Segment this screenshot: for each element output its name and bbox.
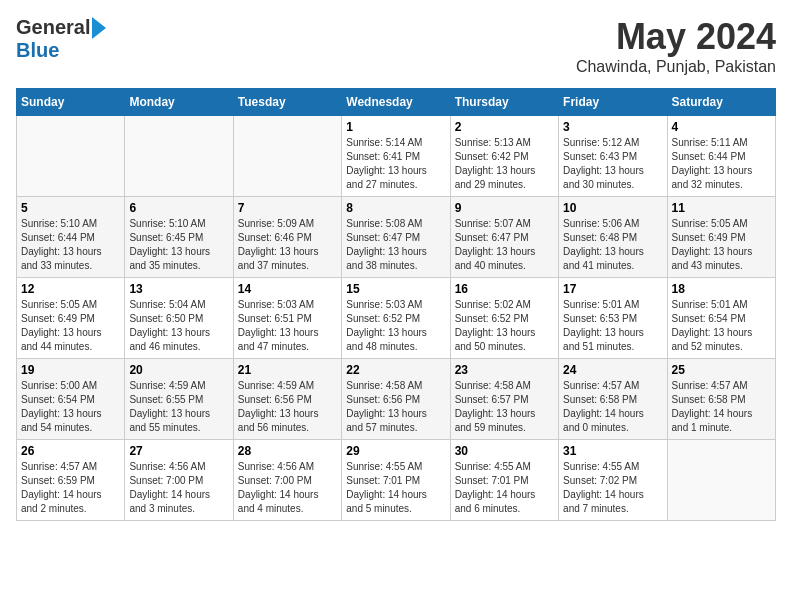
calendar-cell: 5Sunrise: 5:10 AM Sunset: 6:44 PM Daylig… [17,197,125,278]
subtitle: Chawinda, Punjab, Pakistan [576,58,776,76]
calendar-header-saturday: Saturday [667,89,775,116]
calendar-cell: 13Sunrise: 5:04 AM Sunset: 6:50 PM Dayli… [125,278,233,359]
day-info: Sunrise: 4:58 AM Sunset: 6:57 PM Dayligh… [455,379,554,435]
day-number: 23 [455,363,554,377]
calendar-cell [233,116,341,197]
day-info: Sunrise: 5:01 AM Sunset: 6:53 PM Dayligh… [563,298,662,354]
day-number: 13 [129,282,228,296]
calendar-cell: 10Sunrise: 5:06 AM Sunset: 6:48 PM Dayli… [559,197,667,278]
logo-arrow-icon [92,17,106,39]
calendar-week-row: 12Sunrise: 5:05 AM Sunset: 6:49 PM Dayli… [17,278,776,359]
calendar-cell: 22Sunrise: 4:58 AM Sunset: 6:56 PM Dayli… [342,359,450,440]
day-info: Sunrise: 5:12 AM Sunset: 6:43 PM Dayligh… [563,136,662,192]
calendar-cell: 14Sunrise: 5:03 AM Sunset: 6:51 PM Dayli… [233,278,341,359]
calendar-cell: 23Sunrise: 4:58 AM Sunset: 6:57 PM Dayli… [450,359,558,440]
day-info: Sunrise: 4:59 AM Sunset: 6:56 PM Dayligh… [238,379,337,435]
day-info: Sunrise: 5:00 AM Sunset: 6:54 PM Dayligh… [21,379,120,435]
day-number: 26 [21,444,120,458]
day-number: 1 [346,120,445,134]
logo-general-text: General [16,16,90,39]
day-number: 15 [346,282,445,296]
day-info: Sunrise: 4:56 AM Sunset: 7:00 PM Dayligh… [238,460,337,516]
day-number: 7 [238,201,337,215]
calendar-cell: 7Sunrise: 5:09 AM Sunset: 6:46 PM Daylig… [233,197,341,278]
day-number: 2 [455,120,554,134]
day-info: Sunrise: 4:57 AM Sunset: 6:58 PM Dayligh… [672,379,771,435]
day-number: 11 [672,201,771,215]
day-info: Sunrise: 4:55 AM Sunset: 7:01 PM Dayligh… [346,460,445,516]
day-info: Sunrise: 5:11 AM Sunset: 6:44 PM Dayligh… [672,136,771,192]
calendar-header-row: SundayMondayTuesdayWednesdayThursdayFrid… [17,89,776,116]
day-info: Sunrise: 5:09 AM Sunset: 6:46 PM Dayligh… [238,217,337,273]
calendar-header-sunday: Sunday [17,89,125,116]
day-number: 30 [455,444,554,458]
day-info: Sunrise: 5:10 AM Sunset: 6:44 PM Dayligh… [21,217,120,273]
calendar-cell: 1Sunrise: 5:14 AM Sunset: 6:41 PM Daylig… [342,116,450,197]
calendar-header-friday: Friday [559,89,667,116]
day-number: 20 [129,363,228,377]
day-info: Sunrise: 5:01 AM Sunset: 6:54 PM Dayligh… [672,298,771,354]
day-number: 8 [346,201,445,215]
day-number: 25 [672,363,771,377]
day-info: Sunrise: 4:57 AM Sunset: 6:59 PM Dayligh… [21,460,120,516]
calendar-week-row: 1Sunrise: 5:14 AM Sunset: 6:41 PM Daylig… [17,116,776,197]
day-info: Sunrise: 5:14 AM Sunset: 6:41 PM Dayligh… [346,136,445,192]
day-number: 19 [21,363,120,377]
calendar-week-row: 26Sunrise: 4:57 AM Sunset: 6:59 PM Dayli… [17,440,776,521]
title-block: May 2024 Chawinda, Punjab, Pakistan [576,16,776,76]
day-info: Sunrise: 5:13 AM Sunset: 6:42 PM Dayligh… [455,136,554,192]
calendar-week-row: 5Sunrise: 5:10 AM Sunset: 6:44 PM Daylig… [17,197,776,278]
calendar-cell: 12Sunrise: 5:05 AM Sunset: 6:49 PM Dayli… [17,278,125,359]
calendar-cell: 19Sunrise: 5:00 AM Sunset: 6:54 PM Dayli… [17,359,125,440]
calendar-cell: 25Sunrise: 4:57 AM Sunset: 6:58 PM Dayli… [667,359,775,440]
calendar-cell: 28Sunrise: 4:56 AM Sunset: 7:00 PM Dayli… [233,440,341,521]
day-info: Sunrise: 5:05 AM Sunset: 6:49 PM Dayligh… [672,217,771,273]
day-info: Sunrise: 5:08 AM Sunset: 6:47 PM Dayligh… [346,217,445,273]
day-number: 28 [238,444,337,458]
day-number: 12 [21,282,120,296]
day-info: Sunrise: 4:56 AM Sunset: 7:00 PM Dayligh… [129,460,228,516]
calendar-cell: 4Sunrise: 5:11 AM Sunset: 6:44 PM Daylig… [667,116,775,197]
day-number: 17 [563,282,662,296]
day-info: Sunrise: 5:06 AM Sunset: 6:48 PM Dayligh… [563,217,662,273]
day-number: 9 [455,201,554,215]
day-number: 24 [563,363,662,377]
calendar-cell: 8Sunrise: 5:08 AM Sunset: 6:47 PM Daylig… [342,197,450,278]
logo-blue-text: Blue [16,39,59,62]
day-number: 3 [563,120,662,134]
day-info: Sunrise: 4:59 AM Sunset: 6:55 PM Dayligh… [129,379,228,435]
day-number: 22 [346,363,445,377]
calendar-cell: 9Sunrise: 5:07 AM Sunset: 6:47 PM Daylig… [450,197,558,278]
calendar-cell: 3Sunrise: 5:12 AM Sunset: 6:43 PM Daylig… [559,116,667,197]
calendar-cell: 20Sunrise: 4:59 AM Sunset: 6:55 PM Dayli… [125,359,233,440]
calendar-header-thursday: Thursday [450,89,558,116]
calendar-cell: 24Sunrise: 4:57 AM Sunset: 6:58 PM Dayli… [559,359,667,440]
day-info: Sunrise: 5:05 AM Sunset: 6:49 PM Dayligh… [21,298,120,354]
day-number: 5 [21,201,120,215]
day-number: 31 [563,444,662,458]
calendar-cell: 17Sunrise: 5:01 AM Sunset: 6:53 PM Dayli… [559,278,667,359]
day-number: 18 [672,282,771,296]
day-number: 10 [563,201,662,215]
calendar-week-row: 19Sunrise: 5:00 AM Sunset: 6:54 PM Dayli… [17,359,776,440]
page-header: General Blue May 2024 Chawinda, Punjab, … [16,16,776,76]
calendar-cell: 2Sunrise: 5:13 AM Sunset: 6:42 PM Daylig… [450,116,558,197]
day-number: 16 [455,282,554,296]
calendar-header-monday: Monday [125,89,233,116]
calendar-cell: 6Sunrise: 5:10 AM Sunset: 6:45 PM Daylig… [125,197,233,278]
calendar-cell: 31Sunrise: 4:55 AM Sunset: 7:02 PM Dayli… [559,440,667,521]
calendar-cell [17,116,125,197]
calendar-cell: 26Sunrise: 4:57 AM Sunset: 6:59 PM Dayli… [17,440,125,521]
day-info: Sunrise: 4:55 AM Sunset: 7:01 PM Dayligh… [455,460,554,516]
calendar-cell: 15Sunrise: 5:03 AM Sunset: 6:52 PM Dayli… [342,278,450,359]
day-info: Sunrise: 4:57 AM Sunset: 6:58 PM Dayligh… [563,379,662,435]
day-info: Sunrise: 5:04 AM Sunset: 6:50 PM Dayligh… [129,298,228,354]
day-info: Sunrise: 5:07 AM Sunset: 6:47 PM Dayligh… [455,217,554,273]
day-number: 14 [238,282,337,296]
calendar-cell [667,440,775,521]
calendar-header-wednesday: Wednesday [342,89,450,116]
day-info: Sunrise: 4:55 AM Sunset: 7:02 PM Dayligh… [563,460,662,516]
calendar-cell: 30Sunrise: 4:55 AM Sunset: 7:01 PM Dayli… [450,440,558,521]
day-number: 6 [129,201,228,215]
calendar-cell: 21Sunrise: 4:59 AM Sunset: 6:56 PM Dayli… [233,359,341,440]
